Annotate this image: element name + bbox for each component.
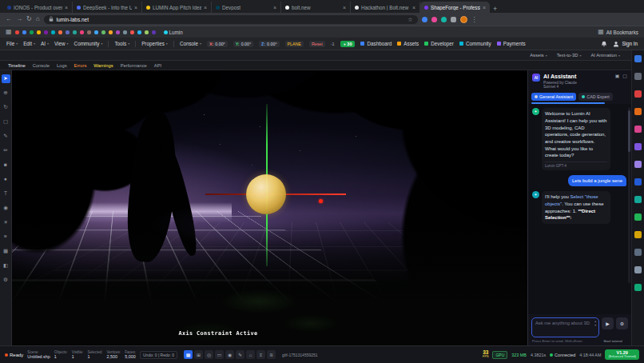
browser-menu-icon[interactable]: ⋮	[471, 16, 478, 23]
apps-grid-icon[interactable]: ▦	[6, 29, 12, 35]
bell-icon[interactable]	[601, 41, 607, 47]
tab-text-to-3d[interactable]: Text-to-3D	[557, 53, 582, 58]
tab-close-icon[interactable]: ×	[273, 5, 276, 10]
pen-tool-icon[interactable]: ✎	[2, 132, 10, 141]
forward-icon[interactable]: →	[16, 16, 22, 22]
menu-community[interactable]: Community	[74, 41, 103, 46]
bookmark-star-icon[interactable]: ☆	[407, 17, 412, 22]
send-button[interactable]: ▶	[602, 317, 614, 329]
sphere-tool-icon[interactable]: ●	[2, 175, 10, 184]
extensions-puzzle-icon[interactable]	[451, 17, 456, 22]
bookmark-favicon[interactable]	[30, 30, 34, 34]
nav-payments[interactable]: Payments	[497, 41, 526, 46]
nav-developer[interactable]: Developer	[424, 41, 454, 46]
tab-close-icon[interactable]: ×	[204, 5, 207, 10]
version-badge[interactable]: V1.29 (Enhanced Themed)	[605, 349, 639, 360]
bookmark-favicon[interactable]	[44, 30, 48, 34]
tab-warnings[interactable]: Warnings	[93, 63, 113, 68]
light-tool-icon[interactable]: ☀	[2, 218, 10, 227]
menu-tools[interactable]: Tools	[114, 41, 129, 46]
tab-close-icon[interactable]: ×	[412, 5, 415, 10]
textures-icon[interactable]	[634, 108, 642, 115]
bookmark-favicon[interactable]	[116, 30, 120, 34]
box-mode-icon[interactable]: ▭	[215, 350, 224, 359]
camera-tool-icon[interactable]: ◉	[2, 204, 10, 213]
bookmark-favicon[interactable]	[152, 30, 156, 34]
lighting-icon[interactable]	[634, 231, 642, 238]
profile-avatar[interactable]	[460, 16, 467, 23]
menu-file[interactable]: File	[6, 41, 18, 46]
extension-icon[interactable]	[422, 17, 427, 22]
measure-tool-icon[interactable]: ◧	[2, 261, 10, 270]
input-stepper[interactable]	[594, 321, 597, 327]
all-bookmarks-button[interactable]: ▦ All Bookmarks	[598, 29, 638, 35]
browser-tab[interactable]: Hackathon | Bolt.new ×	[351, 2, 420, 13]
audio-icon[interactable]	[634, 196, 642, 203]
rotation-x-field[interactable]: X: 0.00°	[207, 41, 228, 47]
bookmark-favicon[interactable]	[137, 30, 141, 34]
bookmark-favicon[interactable]	[22, 30, 26, 34]
menu-view[interactable]: View	[54, 41, 69, 46]
rotation-z-field[interactable]: Z: 0.00°	[259, 41, 279, 47]
back-icon[interactable]: ←	[6, 16, 12, 22]
gizmo-target-dot[interactable]	[319, 199, 323, 203]
panel-expand-icon[interactable]: ▢	[622, 74, 627, 78]
boost-badge[interactable]: + 30	[340, 41, 356, 47]
ai-tools-icon[interactable]	[634, 55, 642, 62]
bookmark-favicon[interactable]	[58, 30, 62, 34]
start-tutorial-link[interactable]: Start tutorial	[598, 339, 627, 343]
tab-api[interactable]: API	[154, 63, 161, 68]
grid-tool-icon[interactable]: ▦	[2, 247, 10, 256]
menu-edit[interactable]: Edit	[23, 41, 35, 46]
extension-icon[interactable]	[441, 17, 447, 22]
bookmark-favicon[interactable]	[37, 30, 41, 34]
grid-toggle-icon[interactable]: ▦	[184, 350, 193, 359]
layers-icon[interactable]: ≡	[256, 350, 265, 359]
bookmark-favicon[interactable]	[130, 30, 134, 34]
bookmark-favicon[interactable]	[15, 30, 19, 34]
wireframe-icon[interactable]: ≋	[267, 350, 276, 359]
plane-button[interactable]: PLANE	[285, 41, 304, 47]
bookmark-favicon[interactable]	[73, 30, 77, 34]
select-tool-icon[interactable]: ➤	[2, 74, 10, 83]
reset-button[interactable]: Reset	[309, 41, 325, 47]
orbit-mode-icon[interactable]: ◎	[205, 350, 213, 359]
tab-console[interactable]: Console	[33, 63, 50, 68]
sign-in-button[interactable]: Sign In	[613, 41, 638, 47]
home-view-icon[interactable]: ⌂	[246, 350, 255, 359]
extension-icon[interactable]	[431, 17, 437, 22]
plugins-icon[interactable]	[634, 266, 642, 273]
undo-redo-status[interactable]: Undo: 0 | Redo: 0	[140, 351, 177, 359]
brush-tool-icon[interactable]: ✏	[2, 146, 10, 155]
physics-icon[interactable]	[634, 143, 642, 150]
animation-icon[interactable]	[634, 161, 642, 168]
home-icon[interactable]: ⌂	[36, 16, 40, 22]
reload-icon[interactable]: ↻	[26, 16, 32, 22]
settings-tool-icon[interactable]: ⚙	[2, 276, 10, 285]
help-icon[interactable]	[634, 284, 642, 291]
tab-cad-expert[interactable]: CAD Expert	[578, 93, 612, 101]
new-tab-button[interactable]: +	[493, 6, 497, 13]
bookmark-favicon[interactable]	[145, 30, 149, 34]
browser-tab[interactable]: LUMIN App Pitch Ideas ×	[142, 2, 212, 13]
bookmark-favicon[interactable]	[101, 30, 105, 34]
bookmark-favicon[interactable]	[80, 30, 84, 34]
tab-close-icon[interactable]: ×	[483, 5, 486, 10]
shape-tool-icon[interactable]: ■	[2, 161, 10, 170]
scale-tool-icon[interactable]: ▢	[2, 118, 10, 126]
bookmark-favicon[interactable]	[123, 30, 127, 34]
bookmark-favicon[interactable]	[94, 30, 98, 34]
browser-tab[interactable]: Devpost ×	[212, 2, 281, 13]
bookmark-lumin[interactable]: Lumin	[164, 30, 183, 35]
browser-tab-active[interactable]: ShapeForge - Professional 3D ×	[420, 2, 490, 13]
tab-errors[interactable]: Errors	[74, 63, 87, 68]
tab-general-assistant[interactable]: General Assistant	[531, 93, 576, 101]
chat-scrollbar[interactable]	[628, 107, 630, 283]
particles-icon[interactable]	[634, 126, 642, 133]
bookmark-favicon[interactable]	[109, 30, 113, 34]
step-value[interactable]: -1	[331, 42, 335, 46]
bookmark-favicon[interactable]	[66, 30, 70, 34]
materials-icon[interactable]	[634, 90, 642, 98]
tab-assets[interactable]: Assets	[530, 53, 547, 58]
annotate-icon[interactable]: ✎	[236, 350, 244, 359]
